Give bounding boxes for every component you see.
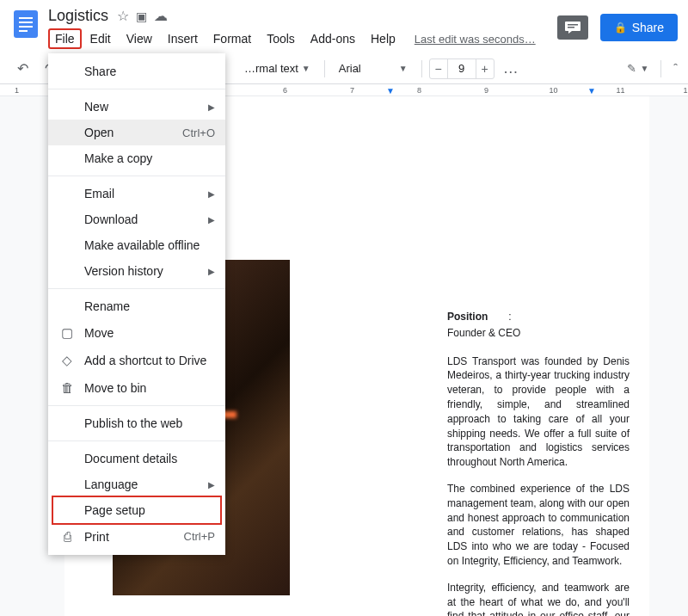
- menu-item-move[interactable]: ▢Move: [48, 319, 225, 347]
- menu-separator: [48, 405, 225, 406]
- svg-rect-3: [19, 26, 33, 28]
- menu-item-label: Print: [84, 530, 184, 544]
- separator: [660, 60, 661, 77]
- document-text[interactable]: Position : Founder & CEO LDS Transport w…: [447, 310, 630, 616]
- ruler-number: [436, 84, 470, 95]
- ruler-number: 1: [0, 84, 34, 95]
- ruler-number: 6: [268, 84, 302, 95]
- menu-format[interactable]: Format: [206, 28, 258, 49]
- share-button[interactable]: 🔒 Share: [600, 14, 678, 41]
- docs-logo-icon[interactable]: [10, 9, 41, 40]
- collapse-button[interactable]: ˆ: [673, 62, 678, 76]
- submenu-arrow-icon: ▶: [208, 189, 215, 199]
- menu-item-version-history[interactable]: Version history▶: [48, 258, 225, 284]
- font-size-value[interactable]: 9: [447, 59, 476, 78]
- svg-rect-5: [565, 22, 580, 31]
- svg-rect-1: [19, 17, 33, 19]
- font-size-decrease[interactable]: −: [430, 59, 447, 78]
- font-select[interactable]: Arial ▼: [332, 59, 415, 78]
- header-main: Logistics ☆ ▣ ☁ File Edit View Insert Fo…: [48, 7, 557, 49]
- ruler-number: 8: [402, 84, 436, 95]
- header-right: 🔒 Share: [557, 7, 678, 41]
- svg-rect-7: [568, 27, 574, 28]
- menu-item-make-a-copy[interactable]: Make a copy: [48, 145, 225, 171]
- last-edit-link[interactable]: Last edit was seconds…: [415, 33, 536, 46]
- menu-insert[interactable]: Insert: [161, 28, 205, 49]
- menu-item-move-to-bin[interactable]: 🗑Move to bin: [48, 374, 225, 401]
- submenu-arrow-icon: ▶: [208, 480, 215, 490]
- chevron-down-icon: ▼: [399, 64, 408, 73]
- menu-file[interactable]: File: [48, 28, 82, 49]
- font-size-increase[interactable]: +: [476, 59, 494, 78]
- ruler-number: 7: [335, 84, 369, 95]
- menu-item-rename[interactable]: Rename: [48, 293, 225, 319]
- menu-separator: [48, 89, 225, 89]
- menu-item-label: Add a shortcut to Drive: [84, 354, 215, 367]
- menu-separator: [48, 176, 225, 176]
- ruler-indent-marker[interactable]: ▼: [386, 86, 395, 95]
- svg-rect-4: [19, 30, 28, 32]
- header: Logistics ☆ ▣ ☁ File Edit View Insert Fo…: [0, 0, 688, 53]
- menu-item-label: Open: [84, 126, 182, 139]
- pencil-icon: ✎: [627, 62, 636, 75]
- style-select[interactable]: …rmal text ▼: [237, 59, 317, 78]
- submenu-arrow-icon: ▶: [208, 215, 215, 225]
- menu-item-label: Make a copy: [84, 151, 215, 165]
- editing-mode-button[interactable]: ✎ ▼: [627, 62, 648, 75]
- svg-rect-6: [568, 24, 578, 26]
- share-label: Share: [632, 21, 664, 34]
- shortcut-icon: ◇: [58, 353, 76, 368]
- ruler-indent-marker[interactable]: ▼: [587, 86, 596, 95]
- star-icon[interactable]: ☆: [117, 8, 129, 24]
- menu-separator: [48, 288, 225, 289]
- comments-button[interactable]: [557, 15, 588, 40]
- ruler-number: 11: [604, 84, 637, 95]
- menu-item-label: Make available offline: [84, 238, 215, 252]
- paragraph: The combined experience of the LDS manag…: [447, 482, 630, 569]
- lock-icon: 🔒: [614, 22, 627, 34]
- menu-item-label: Document details: [84, 452, 215, 465]
- menu-item-email[interactable]: Email▶: [48, 181, 225, 206]
- founder-text: Founder & CEO: [447, 326, 630, 341]
- menu-item-label: Rename: [84, 299, 215, 313]
- menu-separator: [48, 440, 225, 441]
- menu-item-label: Language: [84, 477, 208, 491]
- title-icons: ☆ ▣ ☁: [117, 8, 168, 24]
- menu-item-document-details[interactable]: Document details: [48, 446, 225, 471]
- menu-item-download[interactable]: Download▶: [48, 206, 225, 232]
- menu-item-new[interactable]: New▶: [48, 94, 225, 120]
- position-colon: :: [508, 310, 511, 324]
- menu-item-page-setup[interactable]: Page setup: [48, 497, 225, 523]
- paragraph: Integrity, efficiency, and teamwork are …: [447, 581, 630, 616]
- menu-item-make-available-offline[interactable]: Make available offline: [48, 232, 225, 258]
- menu-item-label: Email: [84, 187, 208, 200]
- document-title[interactable]: Logistics: [48, 7, 108, 25]
- menu-tools[interactable]: Tools: [260, 28, 302, 49]
- style-select-label: …rmal text: [244, 62, 298, 75]
- menu-item-print[interactable]: ⎙PrintCtrl+P: [48, 523, 225, 550]
- menu-item-language[interactable]: Language▶: [48, 471, 225, 497]
- position-label: Position: [447, 310, 488, 324]
- menu-item-label: New: [84, 100, 208, 114]
- menu-item-share[interactable]: Share: [48, 59, 225, 84]
- file-dropdown-menu: ShareNew▶OpenCtrl+OMake a copyEmail▶Down…: [48, 53, 225, 555]
- menu-item-publish-to-the-web[interactable]: Publish to the web: [48, 410, 225, 436]
- undo-button[interactable]: ↶: [10, 57, 34, 81]
- cloud-status-icon[interactable]: ☁: [154, 8, 168, 24]
- toolbar-more[interactable]: …: [498, 59, 525, 77]
- menu-edit[interactable]: Edit: [83, 28, 118, 49]
- menu-item-label: Version history: [84, 264, 208, 278]
- menu-shortcut: Ctrl+P: [184, 530, 215, 543]
- menu-view[interactable]: View: [120, 28, 159, 49]
- menu-item-open[interactable]: OpenCtrl+O: [48, 120, 225, 145]
- print-icon: ⎙: [58, 529, 76, 544]
- toolbar-right: ✎ ▼ ˆ: [627, 60, 678, 77]
- ruler-number: [235, 84, 268, 95]
- menu-item-label: Download: [84, 213, 208, 226]
- paragraph: LDS Transport was founded by Denis Medei…: [447, 354, 630, 470]
- menu-help[interactable]: Help: [364, 28, 402, 49]
- ruler-number: [302, 84, 335, 95]
- menu-addons[interactable]: Add-ons: [304, 28, 362, 49]
- move-folder-icon[interactable]: ▣: [136, 9, 147, 23]
- menu-item-add-a-shortcut-to-drive[interactable]: ◇Add a shortcut to Drive: [48, 347, 225, 374]
